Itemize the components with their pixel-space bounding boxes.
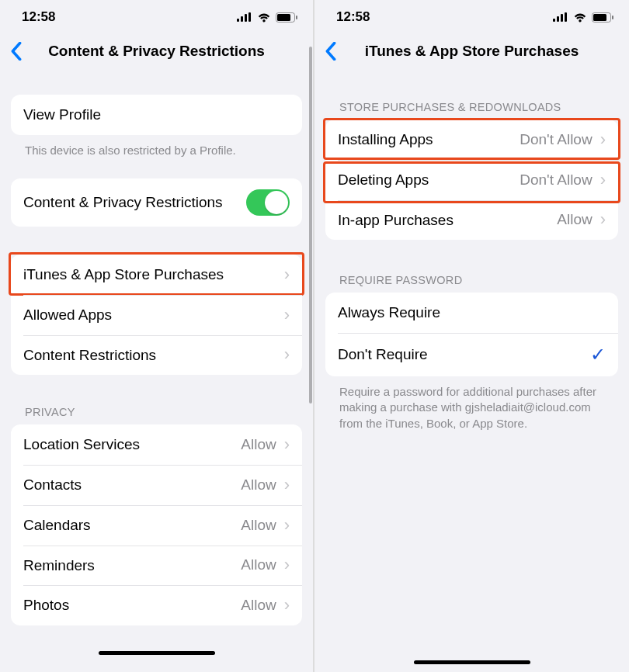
store-purchases-group: Installing Apps Don't Allow › Deleting A… — [325, 120, 618, 240]
chevron-right-icon: › — [284, 266, 290, 283]
chevron-right-icon: › — [600, 171, 606, 189]
view-profile-row[interactable]: View Profile — [11, 95, 302, 135]
row-label: Content Restrictions — [23, 346, 284, 365]
row-value: Allow — [241, 597, 276, 614]
svg-rect-7 — [553, 19, 555, 22]
chevron-right-icon: › — [284, 476, 290, 494]
row-value: Don't Allow — [520, 171, 592, 189]
installing-apps-row[interactable]: Installing Apps Don't Allow › — [325, 120, 618, 160]
content-privacy-toggle-row[interactable]: Content & Privacy Restrictions — [11, 178, 302, 227]
svg-rect-10 — [565, 12, 567, 22]
require-password-header: REQUIRE PASSWORD — [325, 274, 618, 293]
chevron-right-icon: › — [284, 597, 290, 614]
row-value: Allow — [241, 517, 276, 534]
row-label: Allowed Apps — [23, 306, 284, 324]
chevron-right-icon: › — [284, 556, 290, 573]
status-time: 12:58 — [336, 9, 370, 25]
page-title: Content & Privacy Restrictions — [26, 43, 307, 60]
row-label: Always Require — [338, 303, 606, 322]
battery-icon — [592, 12, 613, 23]
chevron-right-icon: › — [284, 346, 290, 363]
chevron-left-icon — [325, 42, 336, 61]
row-label: Don't Require — [338, 345, 590, 364]
privacy-group: Location Services Allow › Contacts Allow… — [11, 424, 302, 625]
status-time: 12:58 — [22, 9, 55, 25]
chevron-right-icon: › — [284, 517, 290, 534]
main-toggle-group: Content & Privacy Restrictions — [11, 178, 302, 227]
row-value: Allow — [241, 556, 276, 573]
chevron-right-icon: › — [600, 211, 606, 228]
toggle-on-icon[interactable] — [246, 189, 290, 216]
deleting-apps-row[interactable]: Deleting Apps Don't Allow › — [325, 160, 618, 200]
svg-rect-13 — [612, 16, 613, 19]
svg-rect-5 — [277, 14, 290, 21]
location-services-row[interactable]: Location Services Allow › — [11, 424, 302, 465]
profile-footnote: This device is also restricted by a Prof… — [11, 135, 302, 158]
chevron-right-icon: › — [284, 436, 290, 453]
home-indicator[interactable] — [99, 651, 215, 655]
view-profile-link: View Profile — [23, 106, 290, 124]
row-label: Photos — [23, 596, 241, 615]
svg-rect-0 — [237, 19, 239, 22]
row-label: Installing Apps — [338, 130, 520, 149]
itunes-appstore-row[interactable]: iTunes & App Store Purchases › — [11, 255, 302, 295]
allowed-apps-row[interactable]: Allowed Apps › — [11, 295, 302, 335]
row-label: In-app Purchases — [338, 211, 557, 230]
cellular-icon — [553, 12, 568, 22]
svg-rect-6 — [296, 16, 297, 19]
page-title: iTunes & App Store Purchases — [340, 43, 623, 60]
row-value: Allow — [241, 476, 276, 494]
screen-itunes-appstore: 12:58 iTunes & App Store Purchases STORE… — [314, 0, 629, 672]
row-label: Calendars — [23, 516, 241, 535]
cellular-icon — [237, 12, 252, 22]
home-indicator[interactable] — [414, 660, 530, 664]
svg-rect-2 — [245, 14, 247, 22]
row-label: Deleting Apps — [338, 171, 520, 189]
wifi-icon — [573, 12, 587, 23]
chevron-right-icon: › — [284, 307, 290, 324]
reminders-row[interactable]: Reminders Allow › — [11, 546, 302, 586]
checkmark-icon: ✓ — [590, 344, 606, 365]
purchases-group: iTunes & App Store Purchases › Allowed A… — [11, 255, 302, 375]
require-password-group: Always Require Don't Require ✓ — [325, 293, 618, 376]
nav-bar: iTunes & App Store Purchases — [314, 34, 629, 68]
always-require-row[interactable]: Always Require — [325, 293, 618, 333]
toggle-label: Content & Privacy Restrictions — [23, 193, 246, 212]
svg-rect-12 — [593, 14, 606, 21]
svg-rect-3 — [248, 12, 251, 22]
screen-content-privacy: 12:58 Content & Privacy Restrictions Vie… — [0, 0, 314, 672]
status-icons — [237, 12, 297, 23]
wifi-icon — [257, 12, 271, 23]
contacts-row[interactable]: Contacts Allow › — [11, 465, 302, 505]
row-value: Don't Allow — [520, 131, 592, 148]
nav-bar: Content & Privacy Restrictions — [0, 34, 313, 68]
row-value: Allow — [241, 436, 276, 453]
svg-rect-8 — [557, 16, 559, 22]
svg-rect-9 — [561, 14, 563, 22]
row-label: Location Services — [23, 435, 241, 454]
svg-rect-1 — [241, 16, 243, 22]
privacy-header: PRIVACY — [11, 406, 302, 424]
in-app-purchases-row[interactable]: In-app Purchases Allow › — [325, 200, 618, 241]
chevron-right-icon: › — [600, 131, 606, 148]
row-value: Allow — [557, 211, 592, 228]
password-footnote: Require a password for additional purcha… — [325, 376, 618, 431]
store-purchases-header: STORE PURCHASES & REDOWNLOADS — [325, 101, 618, 120]
scrollbar[interactable] — [309, 47, 312, 404]
status-icons — [553, 12, 613, 23]
status-bar: 12:58 — [0, 0, 313, 34]
dont-require-row[interactable]: Don't Require ✓ — [325, 333, 618, 376]
profile-group: View Profile — [11, 95, 302, 135]
row-label: Reminders — [23, 556, 241, 575]
row-label: iTunes & App Store Purchases — [23, 265, 284, 284]
photos-row[interactable]: Photos Allow › — [11, 585, 302, 625]
status-bar: 12:58 — [314, 0, 629, 34]
battery-icon — [276, 12, 297, 23]
calendars-row[interactable]: Calendars Allow › — [11, 505, 302, 546]
row-label: Contacts — [23, 476, 241, 494]
chevron-left-icon — [11, 42, 22, 61]
content-restrictions-row[interactable]: Content Restrictions › — [11, 335, 302, 376]
